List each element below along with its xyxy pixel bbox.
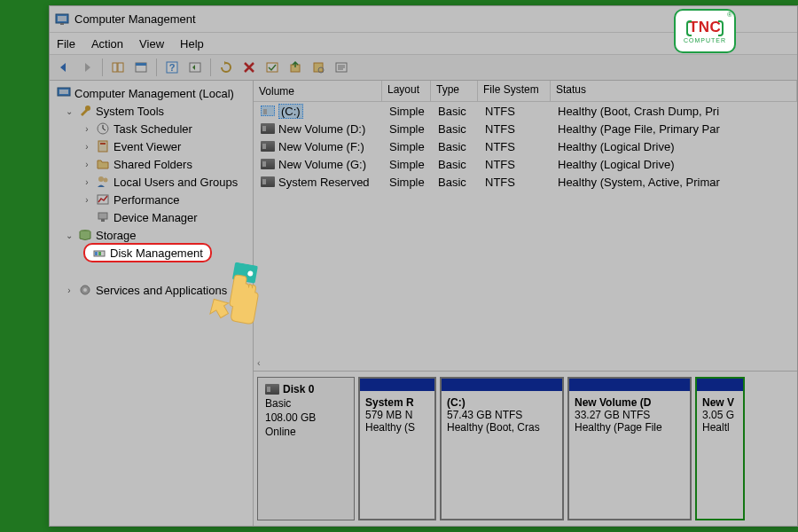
cell-status: Healthy (Boot, Crash Dump, Pri xyxy=(552,105,797,118)
partition-header xyxy=(360,379,434,391)
disk-name: Disk 0 xyxy=(283,383,314,395)
properties-button[interactable] xyxy=(331,57,352,78)
toolbar-button-4[interactable] xyxy=(184,57,206,78)
clock-icon xyxy=(96,121,110,136)
forward-button[interactable] xyxy=(76,57,98,78)
svg-point-25 xyxy=(104,178,108,183)
back-button[interactable] xyxy=(53,57,74,78)
svg-text:?: ? xyxy=(169,62,176,73)
table-row[interactable]: System ReservedSimpleBasicNTFSHealthy (S… xyxy=(254,173,797,191)
toolbar: ? xyxy=(50,54,797,81)
tree-services-apps[interactable]: › Services and Applications xyxy=(50,281,253,299)
partition-body: New V3.05 GHealtl xyxy=(697,391,743,519)
tree-label: Shared Folders xyxy=(113,158,192,171)
menu-action[interactable]: Action xyxy=(91,37,123,51)
cell-layout: Simple xyxy=(384,176,433,189)
cell-type: Basic xyxy=(433,176,480,189)
tree-root[interactable]: Computer Management (Local) xyxy=(50,84,253,102)
table-body: (C:)SimpleBasicNTFSHealthy (Boot, Crash … xyxy=(254,102,797,191)
expand-icon[interactable]: › xyxy=(64,286,74,295)
cell-fs: NTFS xyxy=(480,105,552,118)
partition-name: New V xyxy=(702,396,738,409)
disk-type: Basic xyxy=(265,397,347,410)
col-fs[interactable]: File System xyxy=(478,81,551,101)
tree-disk-management[interactable]: Disk Management xyxy=(50,244,253,262)
col-status[interactable]: Status xyxy=(551,81,797,101)
disk-state: Online xyxy=(265,426,347,438)
expand-icon[interactable]: › xyxy=(82,177,92,187)
disk-info[interactable]: Disk 0 Basic 108.00 GB Online xyxy=(257,377,355,520)
tree-label: Task Scheduler xyxy=(113,122,192,136)
svg-rect-28 xyxy=(101,219,105,222)
expand-icon[interactable]: › xyxy=(82,160,92,169)
volume-icon xyxy=(261,141,275,152)
partition-name: System R xyxy=(365,396,429,409)
svg-rect-19 xyxy=(59,90,68,94)
col-volume[interactable]: Volume xyxy=(254,81,382,101)
delete-button[interactable] xyxy=(239,57,260,78)
menu-help[interactable]: Help xyxy=(180,37,204,51)
volume-name: New Volume (G:) xyxy=(278,158,366,171)
tree-performance[interactable]: › Performance xyxy=(50,191,253,208)
refresh-button[interactable] xyxy=(215,57,237,78)
collapse-icon[interactable]: ⌄ xyxy=(64,231,74,240)
table-row[interactable]: New Volume (F:)SimpleBasicNTFSHealthy (L… xyxy=(254,137,797,155)
tree-system-tools[interactable]: ⌄ System Tools xyxy=(50,102,253,120)
menu-file[interactable]: File xyxy=(57,37,75,51)
tree-label: Disk Management xyxy=(110,246,203,260)
table-row[interactable]: New Volume (G:)SimpleBasicNTFSHealthy (L… xyxy=(254,155,797,173)
storage-icon xyxy=(78,228,92,242)
cell-type: Basic xyxy=(433,140,480,153)
partition-size: 57.43 GB NTFS xyxy=(447,409,557,421)
expand-icon[interactable]: › xyxy=(82,124,92,134)
tree-label: System Tools xyxy=(96,105,164,118)
col-type[interactable]: Type xyxy=(431,81,478,101)
partition[interactable]: (C:)57.43 GB NTFSHealthy (Boot, Cras xyxy=(440,377,564,520)
cell-status: Healthy (Page File, Primary Par xyxy=(552,122,797,136)
tree-label: Services and Applications xyxy=(96,284,227,297)
toolbar-separator xyxy=(102,59,103,76)
toolbar-button-2[interactable] xyxy=(130,57,152,78)
performance-icon xyxy=(96,192,110,207)
toolbar-button-7[interactable] xyxy=(262,57,283,78)
partition-name: New Volume (D xyxy=(575,396,685,409)
tree-task-scheduler[interactable]: › Task Scheduler xyxy=(50,120,253,137)
table-row[interactable]: (C:)SimpleBasicNTFSHealthy (Boot, Crash … xyxy=(254,102,797,120)
tree-label: Performance xyxy=(113,193,179,207)
tree-label: Device Manager xyxy=(113,211,198,224)
disk-icon xyxy=(265,384,279,395)
tree-event-viewer[interactable]: › Event Viewer xyxy=(50,137,253,155)
svg-rect-22 xyxy=(98,141,107,152)
partitions: System R579 MB NHealthy (S(C:)57.43 GB N… xyxy=(358,377,794,520)
tree-shared-folders[interactable]: › Shared Folders xyxy=(50,155,253,173)
partition-size: 33.27 GB NTFS xyxy=(575,409,685,421)
collapse-icon[interactable]: ⌄ xyxy=(64,106,74,116)
partition[interactable]: System R579 MB NHealthy (S xyxy=(358,377,436,520)
toolbar-button-8[interactable] xyxy=(285,57,306,78)
tree-local-users[interactable]: › Local Users and Groups xyxy=(50,173,253,191)
tree-device-manager[interactable]: Device Manager xyxy=(50,208,253,226)
logo-subtitle: COMPUTER xyxy=(684,37,726,43)
computer-icon xyxy=(57,86,71,100)
cell-type: Basic xyxy=(433,105,480,118)
svg-rect-3 xyxy=(113,63,117,72)
toolbar-button-9[interactable] xyxy=(308,57,329,78)
tree-storage[interactable]: ⌄ Storage xyxy=(50,226,253,244)
cell-fs: NTFS xyxy=(480,122,552,136)
col-layout[interactable]: Layout xyxy=(382,81,431,101)
svg-point-20 xyxy=(85,106,90,111)
show-hide-tree-button[interactable] xyxy=(107,57,129,78)
volume-name: New Volume (F:) xyxy=(278,140,364,153)
scroll-indicator[interactable]: ‹ xyxy=(254,355,797,371)
table-row[interactable]: New Volume (D:)SimpleBasicNTFSHealthy (P… xyxy=(254,120,797,137)
partition-status: Healthy (S xyxy=(365,421,429,434)
expand-icon[interactable]: › xyxy=(82,142,92,152)
partition[interactable]: New Volume (D33.27 GB NTFSHealthy (Page … xyxy=(567,377,692,520)
partition-header xyxy=(569,379,690,391)
partition[interactable]: New V3.05 GHealtl xyxy=(695,377,745,520)
expand-icon[interactable]: › xyxy=(82,195,92,205)
svg-rect-31 xyxy=(95,252,98,255)
tools-icon xyxy=(78,104,92,118)
help-button[interactable]: ? xyxy=(161,57,183,78)
menu-view[interactable]: View xyxy=(139,37,164,51)
